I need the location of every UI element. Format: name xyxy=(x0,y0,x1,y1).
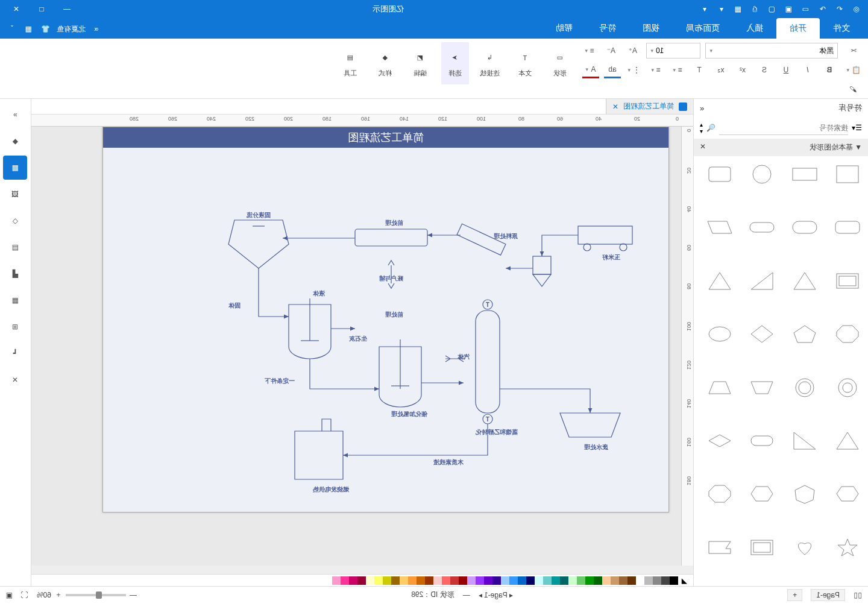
format-painter-icon[interactable]: 🖌 xyxy=(845,81,862,98)
color-swatch[interactable] xyxy=(526,576,535,585)
textfx-icon[interactable]: T xyxy=(691,62,708,78)
color-swatch[interactable] xyxy=(332,576,341,585)
category-name[interactable]: 基本绘图形状 xyxy=(810,143,853,151)
tab-layout[interactable]: 页面布局 xyxy=(673,18,733,39)
color-swatch[interactable] xyxy=(417,576,425,585)
list-icon[interactable]: ≡▾ xyxy=(647,62,664,78)
shape-rounded[interactable] xyxy=(705,162,734,186)
page-selector[interactable]: Page-1 xyxy=(811,589,845,601)
minimize-button[interactable]: ― xyxy=(55,0,78,18)
subscript-icon[interactable]: x₂ xyxy=(712,62,729,78)
search-icon[interactable]: 🔍 xyxy=(706,124,715,132)
shape-frame[interactable] xyxy=(833,269,862,293)
style-button[interactable]: ◆样式 xyxy=(371,42,399,84)
color-swatch[interactable] xyxy=(568,576,577,585)
shape-rtriangle2[interactable] xyxy=(790,429,819,453)
shape-button[interactable]: ▭形状 xyxy=(546,42,574,84)
color-swatch[interactable] xyxy=(383,576,391,585)
color-swatch[interactable] xyxy=(374,576,383,585)
color-swatch[interactable] xyxy=(341,576,349,585)
color-swatch[interactable] xyxy=(459,576,467,585)
color-swatch[interactable] xyxy=(627,576,636,585)
shape-triangle2[interactable] xyxy=(705,269,734,293)
paste-icon[interactable]: 📋▾ xyxy=(845,62,862,78)
zoom-slider[interactable] xyxy=(66,594,126,596)
tab-insert[interactable]: 插入 xyxy=(733,18,776,39)
share-icon[interactable]: ∝ xyxy=(90,23,102,35)
apps-icon[interactable]: ▦ xyxy=(23,23,35,35)
color-swatch[interactable] xyxy=(560,576,568,585)
category-close-icon[interactable]: ✕ xyxy=(700,142,706,153)
doc-close-icon[interactable]: ✕ xyxy=(612,102,618,111)
shape-hdiamond[interactable] xyxy=(705,429,734,453)
page-nav[interactable]: ◂ Page-1 ▸ xyxy=(479,591,513,599)
shape-circle[interactable] xyxy=(748,162,777,186)
color-swatch[interactable] xyxy=(577,576,585,585)
shape-rect[interactable] xyxy=(790,162,819,186)
font-shrink-icon[interactable]: A⁻ xyxy=(603,42,620,59)
color-swatch[interactable] xyxy=(636,576,644,585)
color-swatch[interactable] xyxy=(425,576,433,585)
color-swatch[interactable] xyxy=(391,576,400,585)
dropdown1-icon[interactable]: ▾ xyxy=(715,2,728,16)
shape-donut[interactable] xyxy=(833,376,862,400)
shape-octagon[interactable] xyxy=(833,322,862,346)
font-name-select[interactable]: 黑体▾ xyxy=(705,43,838,58)
color-swatch[interactable] xyxy=(433,576,442,585)
shape-diamond[interactable] xyxy=(748,322,777,346)
redo-icon[interactable]: ↷ xyxy=(816,2,829,16)
zoom-in-icon[interactable]: ＋ xyxy=(55,590,62,600)
collapse-icon[interactable]: ˇ xyxy=(6,23,18,35)
shape-octagon2[interactable] xyxy=(705,482,734,506)
cut-icon[interactable]: ✂ xyxy=(845,42,862,59)
canvas[interactable]: 简单工艺流程图 玉米籽 原料处理 xyxy=(31,127,681,566)
maximize-button[interactable]: □ xyxy=(30,0,53,18)
tab-help[interactable]: 帮助 xyxy=(542,18,586,39)
underline-icon[interactable]: U xyxy=(778,62,794,78)
library-collapse-icon[interactable]: « xyxy=(700,104,704,113)
table-icon[interactable]: ▦ xyxy=(4,288,28,312)
prev-page-icon[interactable]: ― xyxy=(463,591,470,599)
color-swatch[interactable] xyxy=(594,576,602,585)
tab-view[interactable]: 视图 xyxy=(629,18,673,39)
user-name[interactable]: 北夏有鱼 xyxy=(57,24,86,34)
print-icon[interactable]: ⎙ xyxy=(749,2,762,16)
document-tab[interactable]: 简单工艺流程图✕ xyxy=(606,99,693,114)
shape-pill[interactable] xyxy=(748,215,777,239)
shuffle-icon[interactable]: ✕ xyxy=(4,368,28,392)
italic-icon[interactable]: I xyxy=(799,62,816,78)
edit-button[interactable]: ◩编辑 xyxy=(406,42,434,84)
color-swatch[interactable] xyxy=(661,576,670,585)
color-swatch[interactable] xyxy=(442,576,450,585)
align-panel-icon[interactable]: ⊞ xyxy=(4,315,28,339)
page-panel-icon[interactable]: ▤ xyxy=(4,235,28,259)
save-icon[interactable]: ▭ xyxy=(799,2,813,16)
shape-note[interactable] xyxy=(705,535,734,560)
tshirt-icon[interactable]: 👕 xyxy=(40,23,52,35)
shape-heart[interactable] xyxy=(790,535,819,560)
color-swatch[interactable] xyxy=(552,576,560,585)
color-swatch[interactable] xyxy=(484,576,492,585)
ruler-icon[interactable]: ┗ xyxy=(4,341,28,365)
color-swatch[interactable] xyxy=(476,576,484,585)
shape-roundrect[interactable] xyxy=(833,215,862,239)
shape-triangle3[interactable] xyxy=(833,429,862,453)
zoom-out-icon[interactable]: ― xyxy=(130,591,137,599)
font-size-select[interactable]: 10▾ xyxy=(646,43,700,58)
color-swatch[interactable] xyxy=(585,576,594,585)
shape-parallelogram[interactable] xyxy=(705,215,734,239)
add-page-button[interactable]: + xyxy=(787,589,802,601)
connector-button[interactable]: ↳连接线 xyxy=(476,42,504,84)
color-swatch[interactable] xyxy=(450,576,459,585)
page[interactable]: 简单工艺流程图 玉米籽 原料处理 xyxy=(102,127,669,512)
fullscreen-icon[interactable]: ▣ xyxy=(6,591,13,599)
fill-icon[interactable]: ◆ xyxy=(4,129,28,153)
export-icon[interactable]: ▢ xyxy=(766,2,779,16)
bullets-icon[interactable]: ⋮▾ xyxy=(626,62,643,78)
color-swatch[interactable] xyxy=(357,576,366,585)
zoom-value[interactable]: 60% xyxy=(37,591,51,599)
color-swatch[interactable] xyxy=(653,576,661,585)
color-swatch[interactable] xyxy=(400,576,408,585)
select-button[interactable]: ➤选择 xyxy=(441,42,469,84)
shape-stadium[interactable] xyxy=(748,429,777,453)
